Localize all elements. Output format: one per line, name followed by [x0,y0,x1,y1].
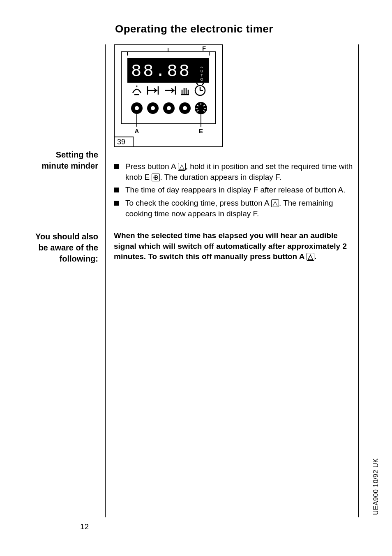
text: To check the cooking time, press button … [125,199,271,207]
document-code: UEA900 10/92 UK [372,458,380,515]
section-label-aware: You should also be aware of the followin… [29,231,98,264]
manual-page: Operating the electronic timer Setting t… [0,0,392,556]
svg-point-11 [135,106,139,110]
content-columns: Setting the minute minder You should als… [29,44,359,517]
bullet-item: The time of day reappears in display F a… [114,185,359,195]
page-number: 12 [80,522,89,531]
bullet-item: To check the cooking time, press button … [114,198,359,219]
svg-text:39: 39 [117,138,125,146]
svg-point-17 [183,106,187,110]
right-margin-rule [358,44,359,517]
text: The time of day reappears in display F a… [125,185,345,194]
svg-text:A: A [200,65,203,69]
svg-point-13 [151,106,155,110]
svg-text:E: E [199,127,203,134]
page-title: Operating the electronic timer [115,23,359,35]
bell-icon: △ [271,199,279,207]
svg-text:T: T [201,73,203,77]
svg-text:U: U [201,69,203,73]
spacer [29,171,98,231]
svg-text:88.88: 88.88 [131,62,191,81]
svg-text:O: O [200,77,203,81]
svg-text:F: F [202,45,206,52]
section-label-minute-minder: Setting the minute minder [29,149,98,171]
margin-column: Setting the minute minder You should als… [29,44,105,517]
warning-paragraph: When the selected time has elapsed you w… [114,230,359,262]
svg-text:A: A [135,127,139,134]
text: . The duration appears in display F. [160,173,281,181]
timer-figure: 88.88 A U T O F [114,44,223,149]
text: Press button A [125,162,178,171]
clock-icon: ⊕ [152,174,160,181]
bell-icon: △ [307,253,314,261]
svg-point-15 [167,106,171,110]
bullet-list-minute-minder: Press button A △, hold it in position an… [114,161,359,219]
text: . [314,252,316,261]
spacer [29,44,98,149]
main-column: 88.88 A U T O F [106,44,359,517]
bell-icon: △ [178,163,186,171]
bullet-item: Press button A △, hold it in position an… [114,161,359,182]
timer-diagram-svg: 88.88 A U T O F [114,44,223,147]
